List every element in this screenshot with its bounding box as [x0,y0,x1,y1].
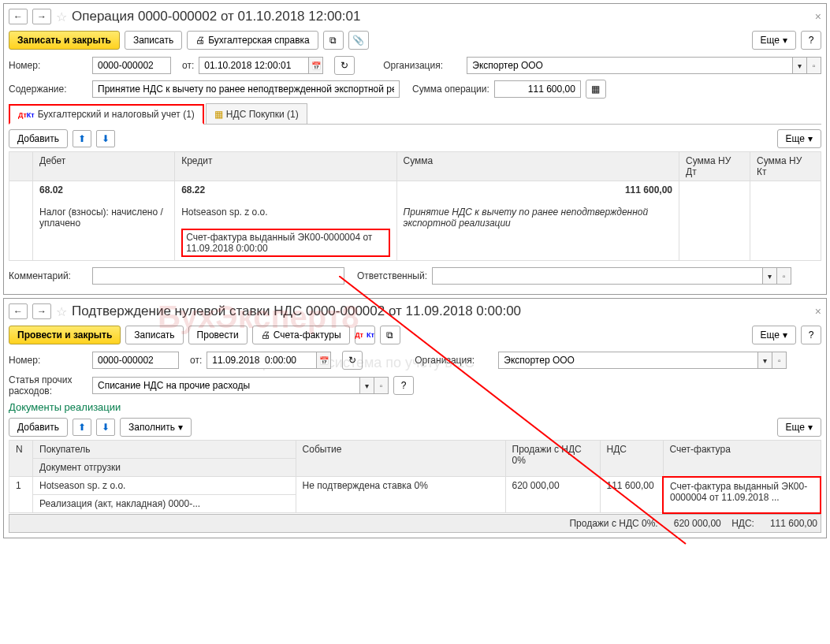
window-title: Операция 0000-000002 от 01.10.2018 12:00… [72,9,360,24]
help-icon[interactable]: ? [393,376,414,395]
col-sales: Продажи с НДС 0% [505,441,600,477]
post-close-button[interactable]: Провести и закрыть [9,326,121,344]
dropdown-icon[interactable]: ▾ [758,352,772,369]
window-confirmation: ← → ☆ Подтверждение нулевой ставки НДС 0… [3,298,827,538]
row-sales: 620 000,00 [505,477,600,513]
row-buyer: Hotseason sp. z o.o. [33,477,296,495]
col-doc: Документ отгрузки [33,459,296,477]
debit-acc: 68.02 [39,184,63,195]
post-button[interactable]: Провести [188,326,248,344]
label-article: Статья прочих расходов: [9,374,87,396]
number-input[interactable] [92,352,179,369]
label-from: от: [182,60,194,71]
col-sumdt: Сумма НУ Дт [679,152,750,181]
calendar-icon[interactable]: 📅 [317,352,331,369]
nav-fwd[interactable]: → [32,9,51,24]
window-operation: ← → ☆ Операция 0000-000002 от 01.10.2018… [3,3,827,295]
sum-val: 111 600,00 [404,184,672,195]
calc-icon[interactable]: ▦ [586,80,606,99]
copy-icon[interactable]: ⧉ [380,326,400,344]
help-button[interactable]: ? [801,31,821,50]
dtkt-button[interactable]: ДтКт [355,326,375,344]
up-icon[interactable]: ⬆ [73,130,91,147]
more-button[interactable]: Еще ▾ [752,326,796,344]
table-row[interactable]: 1 Hotseason sp. z o.o. Не подтверждена с… [9,477,821,495]
credit-acc: 68.22 [181,184,205,195]
sum-input[interactable] [494,80,581,98]
label-number: Номер: [9,355,87,366]
label-org: Организация: [383,60,462,71]
open-icon[interactable]: ▫ [777,267,791,285]
refresh-icon[interactable]: ↻ [334,56,355,75]
nav-back[interactable]: ← [9,9,28,24]
more-button2[interactable]: Еще ▾ [777,418,821,437]
star-icon[interactable]: ☆ [56,304,67,319]
article-input[interactable] [92,377,360,394]
add-button[interactable]: Добавить [9,129,68,148]
label-resp: Ответственный: [357,270,427,281]
more-button2[interactable]: Еще ▾ [777,129,821,148]
dropdown-icon[interactable]: ▾ [763,267,777,285]
star-icon[interactable]: ☆ [56,9,67,24]
col-buyer: Покупатель [33,441,296,459]
tab-accounting[interactable]: ДтКт Бухгалтерский и налоговый учет (1) [9,104,204,125]
comment-input[interactable] [92,267,344,285]
nav-back[interactable]: ← [9,303,28,319]
help-button[interactable]: ? [801,326,821,344]
resp-input[interactable] [432,267,763,285]
tabs: ДтКт Бухгалтерский и налоговый учет (1) … [9,103,821,125]
label-content: Содержание: [9,84,87,95]
date-input[interactable] [199,57,309,74]
footer-val2: 111 600,00 [770,518,817,529]
calendar-icon[interactable]: 📅 [309,57,323,74]
sum-desc: Принятие НДС к вычету по ранее неподтвер… [404,207,649,229]
org-input[interactable] [467,57,793,74]
col-n: N [9,441,33,477]
docs-link[interactable]: Документы реализации [9,401,821,413]
titlebar: ← → ☆ Операция 0000-000002 от 01.10.2018… [9,9,821,24]
col-debit: Дебет [33,152,175,181]
org-input[interactable] [498,352,758,369]
row-nds: 111 600,00 [600,477,663,513]
dropdown-icon[interactable]: ▾ [793,57,807,74]
row-doc: Реализация (акт, накладная) 0000-... [33,495,296,513]
label-org: Организация: [415,355,493,366]
content-input[interactable] [92,80,400,98]
dropdown-icon[interactable]: ▾ [360,377,374,394]
refresh-icon[interactable]: ↻ [342,351,363,370]
row-event: Не подтверждена ставка 0% [296,477,505,513]
col-nds: НДС [600,441,663,477]
docs-table: N Покупатель Событие Продажи с НДС 0% НД… [9,440,821,514]
window-title2: Подтверждение нулевой ставки НДС 0000-00… [72,303,521,319]
down-icon[interactable]: ⬇ [96,130,115,147]
row-sf: Счет-фактура выданный ЭК00-0000004 от 11… [663,477,821,513]
attach-icon[interactable]: 📎 [348,31,369,50]
fill-button[interactable]: Заполнить ▾ [120,418,192,437]
add-button[interactable]: Добавить [9,418,68,437]
copy-icon[interactable]: ⧉ [323,31,344,50]
date-input[interactable] [207,352,317,369]
more-button[interactable]: Еще ▾ [752,31,796,50]
tab-nds[interactable]: ▦ НДС Покупки (1) [206,103,307,124]
up-icon[interactable]: ⬆ [73,419,91,436]
debit-desc: Налог (взносы): начислено / уплачено [39,207,163,229]
col-event: Событие [296,441,505,477]
number-input[interactable] [92,57,171,74]
write-close-button[interactable]: Записать и закрыть [9,31,120,50]
down-icon[interactable]: ⬇ [96,419,115,436]
open-icon[interactable]: ▫ [772,352,787,369]
print-button[interactable]: 🖨 Счета-фактуры [252,326,350,344]
print-button[interactable]: 🖨 Бухгалтерская справка [187,31,318,50]
open-icon[interactable]: ▫ [807,57,821,74]
table-row[interactable]: 68.02 Налог (взносы): начислено / уплаче… [9,181,821,261]
write-button[interactable]: Записать [125,31,182,50]
close-icon[interactable]: × [815,305,821,318]
toolbar: Записать и закрыть Записать 🖨 Бухгалтерс… [9,31,821,50]
open-icon[interactable]: ▫ [374,377,389,394]
close-icon[interactable]: × [815,10,821,23]
footer-lbl1: Продажи с НДС 0%: [569,518,657,529]
nav-fwd[interactable]: → [32,303,51,319]
write-button[interactable]: Записать [125,326,183,344]
footer-val1: 620 000,00 [674,518,721,529]
dtkt-icon: ДтКт [18,109,35,120]
